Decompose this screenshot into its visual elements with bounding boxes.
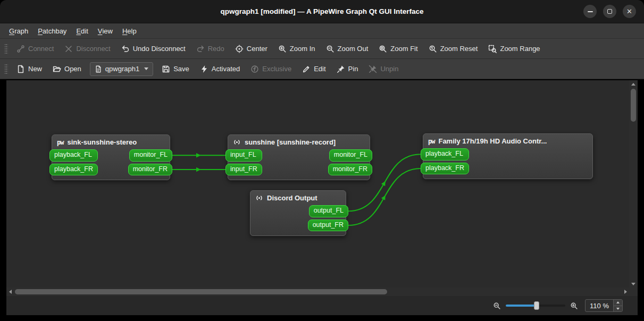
unpin-button[interactable]: Unpin (364, 62, 403, 77)
vertical-scrollbar[interactable] (629, 80, 638, 288)
graph-node-family[interactable]: pwFamily 17h/19h HD Audio Contr...playba… (423, 133, 593, 179)
menu-help[interactable]: Help (118, 23, 141, 38)
audio-port[interactable]: playback_FR (49, 164, 98, 176)
node-ports: playback_FLplayback_FRmonitor_FLmonitor_… (52, 149, 170, 175)
zoom-out-button[interactable]: Zoom Out (321, 41, 373, 56)
zoom-in-mini-icon[interactable] (570, 302, 578, 310)
graph-node-sunshine[interactable]: sunshine [sunshine-record]input_FLinput_… (228, 134, 370, 180)
button-label: Zoom In (290, 45, 315, 53)
zoom-spinbox[interactable]: 110 % (585, 299, 623, 312)
open-button[interactable]: Open (48, 62, 86, 77)
menu-view[interactable]: View (93, 23, 118, 38)
node-ports: output_FLoutput_FR (250, 205, 346, 231)
audio-port[interactable]: monitor_FL (329, 149, 372, 162)
close-button[interactable]: ✕ (623, 5, 636, 18)
menu-patchbay[interactable]: Patchbay (33, 23, 71, 38)
toolbar-patchbay: NewOpenqpwgraph1SaveActivatedExclusiveEd… (0, 59, 644, 79)
exclusive-button[interactable]: Exclusive (246, 62, 296, 77)
arrow-down-icon (616, 308, 620, 310)
scroll-down-button[interactable] (629, 280, 638, 288)
titlebar[interactable]: qpwgraph1 [modified] — A PipeWire Graph … (0, 0, 644, 23)
audio-port[interactable]: input_FR (225, 164, 262, 176)
audio-port[interactable]: monitor_FR (328, 164, 372, 176)
toolbar-handle[interactable] (4, 43, 8, 55)
chevron-down-icon (144, 67, 148, 70)
spin-down-button[interactable] (614, 306, 622, 312)
disconnect-button[interactable]: Disconnect (60, 41, 115, 56)
zoom-range-icon (488, 45, 497, 53)
zoom-slider-handle[interactable] (534, 301, 539, 310)
zoom-in-button[interactable]: Zoom In (273, 41, 320, 56)
minimize-icon (588, 11, 593, 12)
minimize-button[interactable] (583, 5, 597, 18)
scroll-right-button[interactable] (622, 288, 629, 296)
zoom-fit-button[interactable]: Zoom Fit (374, 41, 422, 56)
maximize-icon (607, 9, 612, 14)
center-button[interactable]: Center (230, 41, 272, 56)
zoom-out-mini-icon[interactable] (493, 302, 501, 310)
vertical-scrollbar-thumb[interactable] (631, 89, 636, 122)
redo-button[interactable]: Redo (191, 41, 229, 56)
button-label: New (28, 65, 42, 73)
scroll-left-button[interactable] (6, 288, 14, 296)
toolbar-graph: ConnectDisconnectUndo DisconnectRedoCent… (0, 39, 644, 59)
graph-node-discord[interactable]: Discord Outputoutput_FLoutput_FR (250, 190, 346, 236)
save-icon (162, 65, 170, 73)
button-label: Connect (28, 45, 54, 53)
button-label: Edit (314, 65, 325, 73)
spin-up-button[interactable] (614, 300, 622, 306)
button-label: Pin (348, 65, 358, 73)
horizontal-scrollbar[interactable] (6, 288, 629, 296)
horizontal-scrollbar-thumb[interactable] (15, 289, 387, 294)
scroll-up-button[interactable] (629, 80, 638, 88)
zoom-slider[interactable] (506, 300, 565, 311)
spin-arrows (613, 300, 622, 311)
unpin-icon (369, 65, 377, 73)
audio-port[interactable]: input_FL (225, 149, 262, 162)
audio-port[interactable]: monitor_FL (129, 149, 172, 162)
audio-port[interactable]: playback_FL (421, 148, 469, 160)
graph-node-sink[interactable]: pwsink-sunshine-stereoplayback_FLplaybac… (52, 134, 170, 180)
vertical-scroll-track[interactable] (629, 88, 638, 280)
maximize-button[interactable] (603, 5, 616, 18)
connect-button[interactable]: Connect (12, 41, 58, 56)
file-icon (95, 65, 102, 73)
node-header: Discord Output (250, 191, 346, 205)
audio-port[interactable]: output_FR (308, 219, 348, 232)
horizontal-scroll-track[interactable] (14, 288, 622, 296)
scrollbar-corner (629, 288, 638, 296)
patchbay-select[interactable]: qpwgraph1 (90, 62, 153, 76)
close-icon: ✕ (626, 8, 632, 15)
open-icon (53, 65, 61, 73)
menu-edit[interactable]: Edit (71, 23, 93, 38)
node-header: sunshine [sunshine-record] (228, 135, 370, 149)
audio-port[interactable]: monitor_FR (128, 164, 172, 176)
save-button[interactable]: Save (157, 62, 194, 77)
edit-button[interactable]: Edit (297, 62, 330, 77)
disconnect-icon (64, 45, 73, 53)
arrow-down-icon (631, 283, 635, 285)
zoom-reset-button[interactable]: Zoom Reset (424, 41, 483, 56)
zoom-reset-icon (429, 45, 437, 53)
menu-graph[interactable]: Graph (4, 23, 33, 38)
audio-port[interactable]: output_FL (309, 205, 348, 217)
arrow-right-icon (624, 290, 627, 294)
audio-port[interactable]: playback_FL (49, 149, 98, 162)
activated-button[interactable]: Activated (195, 62, 245, 77)
button-label: Redo (208, 45, 224, 53)
combo-value: qpwgraph1 (105, 65, 139, 73)
new-button[interactable]: New (12, 62, 47, 77)
statusbar: 110 % (6, 296, 638, 315)
graph-canvas[interactable]: pwsink-sunshine-stereoplayback_FLplaybac… (6, 80, 629, 288)
audio-port[interactable]: playback_FR (421, 163, 469, 175)
new-icon (16, 65, 25, 73)
pin-button[interactable]: Pin (332, 62, 363, 77)
button-label: Unpin (380, 65, 398, 73)
zoom-range-button[interactable]: Zoom Range (483, 41, 545, 56)
menubar: GraphPatchbayEditViewHelp (0, 23, 644, 39)
central-area: pwsink-sunshine-stereoplayback_FLplaybac… (0, 79, 644, 321)
toolbar-handle[interactable] (4, 63, 8, 75)
button-label: Exclusive (262, 65, 291, 73)
undo-disconnect-button[interactable]: Undo Disconnect (116, 41, 190, 56)
button-label: Open (64, 65, 81, 73)
